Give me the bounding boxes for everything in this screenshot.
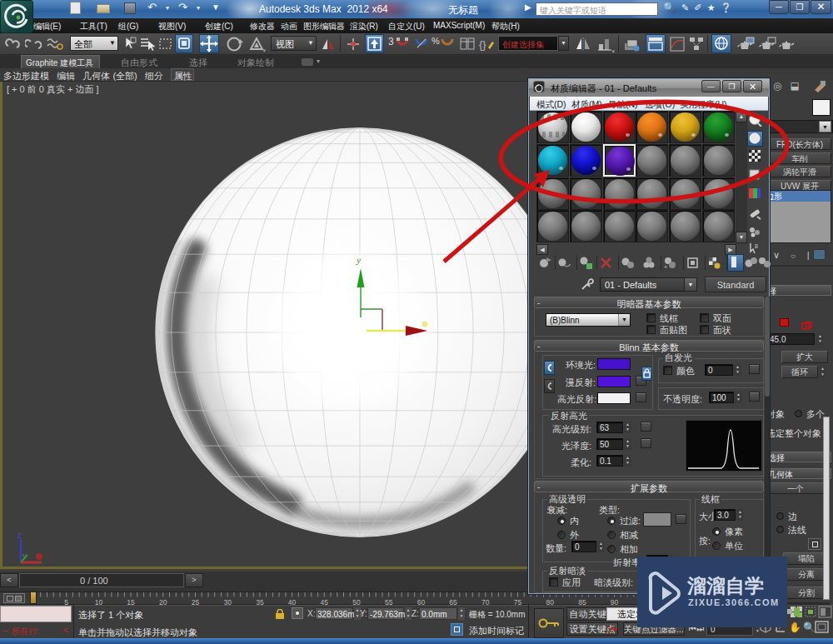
svg-text:80: 80 [546, 598, 554, 606]
svg-text:{}: {} [479, 38, 486, 51]
svg-text:25: 25 [192, 598, 200, 606]
svg-text:90: 90 [611, 598, 619, 606]
svg-text:50: 50 [352, 598, 361, 606]
svg-text:5: 5 [64, 598, 68, 606]
svg-text:20: 20 [159, 598, 167, 606]
svg-text:8: 8 [755, 243, 758, 249]
svg-text:70: 70 [481, 598, 490, 606]
svg-text:75: 75 [514, 598, 522, 606]
svg-text:30: 30 [223, 598, 232, 606]
svg-text:35: 35 [256, 598, 264, 606]
svg-text:45: 45 [321, 598, 329, 606]
svg-text:15: 15 [127, 598, 135, 606]
svg-text:40: 40 [288, 598, 297, 606]
svg-text:65: 65 [449, 598, 457, 606]
svg-text:85: 85 [578, 598, 586, 606]
svg-text:z: z [17, 531, 22, 540]
svg-text:y: y [356, 255, 361, 265]
svg-text:10: 10 [95, 598, 103, 606]
svg-text:60: 60 [417, 598, 426, 606]
svg-text:+: + [664, 264, 667, 270]
svg-text:55: 55 [385, 598, 393, 606]
svg-text:y: y [22, 552, 27, 560]
